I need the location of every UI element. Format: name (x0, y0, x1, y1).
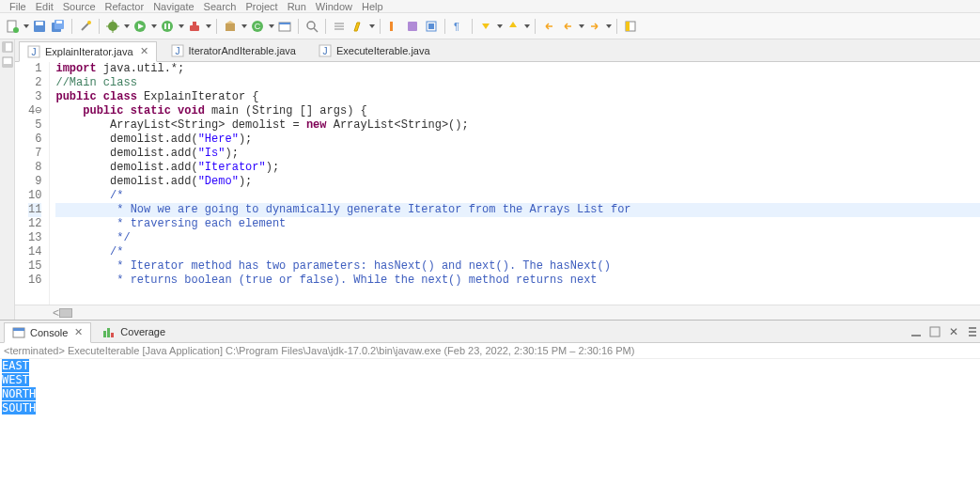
menu-refactor[interactable]: Refactor (101, 1, 148, 12)
svg-rect-55 (107, 328, 110, 337)
svg-rect-6 (56, 21, 62, 23)
last-edit-icon[interactable] (540, 18, 557, 35)
menu-window[interactable]: Window (312, 1, 356, 12)
maximize-icon[interactable] (927, 324, 942, 339)
ext-tools-icon[interactable] (186, 18, 203, 35)
restore-view-icon[interactable] (2, 41, 13, 53)
run-dropdown[interactable] (150, 18, 157, 35)
status-prefix: <terminated> (4, 345, 65, 356)
menu-run[interactable]: Run (284, 1, 310, 12)
svg-marker-39 (509, 22, 517, 27)
menu-help[interactable]: Help (358, 1, 387, 12)
close-panel-icon[interactable]: ✕ (946, 324, 961, 339)
tab-explain-iterator[interactable]: J ExplainIterator.java ✕ (19, 41, 157, 62)
menu-navigate[interactable]: Navigate (149, 1, 197, 12)
svg-rect-36 (428, 23, 434, 29)
svg-rect-54 (103, 331, 106, 337)
close-icon[interactable]: ✕ (72, 326, 83, 338)
tab-execute-iterable[interactable]: J ExecuteIterable.java (310, 40, 439, 61)
svg-line-28 (314, 28, 318, 32)
svg-marker-22 (226, 21, 235, 23)
console-icon (12, 326, 25, 339)
debug-dropdown[interactable] (123, 18, 130, 35)
menu-file[interactable]: File (6, 1, 30, 12)
tab-console[interactable]: Console ✕ (4, 322, 91, 343)
prev-annotation-icon[interactable] (505, 18, 521, 35)
menu-search[interactable]: Search (200, 1, 241, 12)
back-icon[interactable] (559, 18, 576, 35)
new-icon[interactable] (4, 18, 21, 35)
editor-tabs: J ExplainIterator.java ✕ J IteratorAndIt… (15, 39, 980, 62)
tab-label: IteratorAndIterable.java (189, 45, 296, 56)
menu-project[interactable]: Project (241, 1, 281, 12)
new-class-dropdown[interactable] (268, 18, 274, 35)
open-type-icon[interactable] (276, 18, 293, 35)
horizontal-scrollbar[interactable]: < (15, 305, 980, 320)
panel-menu-icon[interactable] (965, 324, 980, 339)
left-gutter (0, 39, 15, 320)
new-dropdown[interactable] (23, 18, 29, 35)
wand-icon[interactable] (77, 18, 94, 35)
prev-ann-dropdown[interactable] (523, 18, 530, 35)
back-dropdown[interactable] (578, 18, 584, 35)
java-file-icon: J (319, 44, 332, 57)
restore-view2-icon[interactable] (2, 56, 13, 68)
ext-tools-dropdown[interactable] (205, 18, 211, 35)
coverage-label: Coverage (120, 326, 165, 337)
menu-source[interactable]: Source (59, 1, 100, 12)
svg-rect-45 (3, 64, 12, 67)
code-content[interactable]: import java.util.*;//Main classpublic cl… (50, 62, 980, 305)
line-number-gutter: 1234⊖5678910111213141516 (15, 62, 50, 305)
show-whitespace-icon[interactable]: ¶ (450, 18, 467, 35)
new-package-icon[interactable] (222, 18, 239, 35)
svg-point-16 (162, 21, 173, 32)
console-output[interactable]: EASTWESTNORTHSOUTH (0, 359, 980, 485)
close-icon[interactable]: ✕ (138, 45, 148, 57)
svg-rect-60 (969, 331, 976, 333)
minimize-icon[interactable] (909, 324, 924, 339)
debug-icon[interactable] (104, 18, 121, 35)
svg-rect-17 (164, 23, 166, 29)
svg-rect-18 (168, 23, 170, 29)
coverage-run-icon[interactable] (159, 18, 176, 35)
menu-bar: File Edit Source Refactor Navigate Searc… (0, 0, 980, 13)
highlight-icon[interactable] (350, 18, 366, 35)
next-annotation-icon[interactable] (477, 18, 494, 35)
toggle-breadcrumb-icon[interactable] (331, 18, 348, 35)
svg-point-27 (307, 22, 315, 29)
search-icon[interactable] (303, 18, 320, 35)
save-icon[interactable] (31, 18, 48, 35)
pin-editor-icon[interactable] (404, 18, 421, 35)
new-package-dropdown[interactable] (241, 18, 247, 35)
svg-text:J: J (32, 47, 37, 57)
code-editor[interactable]: 1234⊖5678910111213141516 import java.uti… (15, 62, 980, 305)
forward-icon[interactable] (586, 18, 603, 35)
svg-rect-58 (930, 327, 940, 336)
console-label: Console (30, 327, 68, 338)
java-file-icon: J (27, 45, 40, 58)
svg-point-1 (13, 27, 19, 33)
link-editor-icon[interactable] (423, 18, 440, 35)
svg-point-8 (87, 21, 91, 24)
toggle-mark-icon[interactable] (385, 18, 402, 35)
svg-text:J: J (322, 46, 327, 56)
open-perspective-icon[interactable] (622, 18, 639, 35)
svg-rect-26 (279, 23, 290, 24)
coverage-dropdown[interactable] (178, 18, 184, 35)
next-ann-dropdown[interactable] (496, 18, 503, 35)
forward-dropdown[interactable] (605, 18, 612, 35)
tab-coverage[interactable]: Coverage (95, 321, 173, 342)
svg-rect-57 (911, 335, 921, 336)
coverage-icon (102, 325, 116, 338)
run-icon[interactable] (132, 18, 148, 35)
status-main: ExecuteIterable [Java Application] C:\Pr… (65, 345, 444, 356)
highlight-dropdown[interactable] (368, 18, 375, 35)
scroll-thumb[interactable] (59, 308, 72, 318)
tab-iterator-iterable[interactable]: J IteratorAndIterable.java (163, 40, 304, 61)
menu-edit[interactable]: Edit (32, 1, 57, 12)
svg-rect-53 (13, 328, 24, 331)
new-class-icon[interactable]: C (249, 18, 266, 35)
save-all-icon[interactable] (50, 18, 67, 35)
svg-rect-59 (969, 327, 976, 329)
svg-marker-32 (354, 23, 360, 31)
